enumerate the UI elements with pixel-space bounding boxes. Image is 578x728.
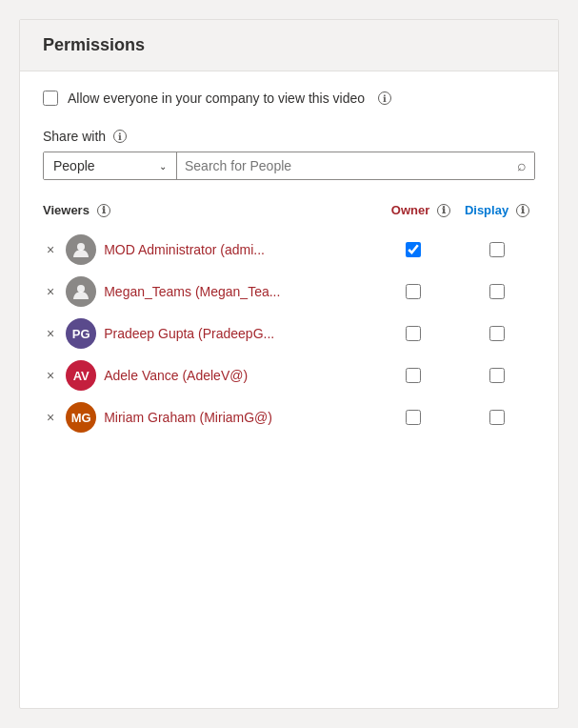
remove-viewer-megan-teams[interactable]: × bbox=[43, 285, 58, 298]
display-checkbox-cell-mod-admin bbox=[459, 242, 535, 257]
display-info-icon[interactable]: ℹ bbox=[516, 204, 529, 217]
viewers-section: Viewers ℹ Owner ℹ Display ℹ × MOD Admini… bbox=[43, 203, 535, 438]
display-checkbox-megan-teams[interactable] bbox=[489, 284, 505, 299]
share-with-info-icon[interactable]: ℹ bbox=[113, 130, 127, 143]
svg-point-0 bbox=[77, 243, 85, 251]
search-icon[interactable]: ⌕ bbox=[517, 157, 527, 174]
remove-viewer-adele-vance[interactable]: × bbox=[43, 369, 58, 382]
display-checkbox-miriam-graham[interactable] bbox=[489, 410, 505, 425]
owner-checkbox-cell-pradeep-gupta bbox=[375, 326, 451, 341]
table-row: ×PGPradeep Gupta (PradeepG... bbox=[43, 313, 535, 354]
viewer-name-miriam-graham: Miriam Graham (MiriamG@) bbox=[104, 410, 368, 425]
viewers-info-icon[interactable]: ℹ bbox=[97, 204, 110, 217]
avatar-adele-vance: AV bbox=[66, 360, 96, 391]
chevron-down-icon: ⌄ bbox=[159, 161, 167, 172]
display-checkbox-cell-adele-vance bbox=[459, 368, 535, 383]
share-with-dropdown[interactable]: People ⌄ bbox=[44, 152, 177, 179]
display-checkbox-pradeep-gupta[interactable] bbox=[489, 326, 505, 341]
display-checkbox-mod-admin[interactable] bbox=[489, 242, 505, 257]
owner-checkbox-cell-mod-admin bbox=[375, 242, 451, 257]
table-row: ×AVAdele Vance (AdeleV@) bbox=[43, 354, 535, 396]
owner-checkbox-megan-teams[interactable] bbox=[406, 284, 421, 299]
avatar-miriam-graham: MG bbox=[66, 402, 96, 433]
viewer-name-adele-vance: Adele Vance (AdeleV@) bbox=[104, 368, 368, 383]
allow-everyone-info-icon[interactable]: ℹ bbox=[378, 91, 391, 105]
svg-point-1 bbox=[77, 285, 85, 293]
owner-checkbox-cell-megan-teams bbox=[375, 284, 451, 299]
share-with-section: Share with ℹ People ⌄ ⌕ bbox=[43, 129, 535, 180]
owner-checkbox-mod-admin[interactable] bbox=[406, 242, 421, 257]
share-with-controls: People ⌄ ⌕ bbox=[43, 152, 535, 180]
owner-checkbox-cell-miriam-graham bbox=[375, 410, 451, 425]
avatar-pradeep-gupta: PG bbox=[66, 318, 96, 349]
viewers-column-label: Viewers ℹ bbox=[43, 203, 383, 217]
panel-header: Permissions bbox=[20, 20, 558, 71]
viewer-rows-container: × MOD Administrator (admi...× Megan_Team… bbox=[43, 229, 535, 438]
owner-checkbox-cell-adele-vance bbox=[375, 368, 451, 383]
viewer-name-pradeep-gupta: Pradeep Gupta (PradeepG... bbox=[104, 326, 368, 341]
allow-everyone-row: Allow everyone in your company to view t… bbox=[43, 91, 535, 106]
search-input[interactable] bbox=[185, 158, 517, 173]
viewer-name-megan-teams: Megan_Teams (Megan_Tea... bbox=[104, 284, 368, 299]
viewers-header: Viewers ℹ Owner ℹ Display ℹ bbox=[43, 203, 535, 221]
avatar-mod-admin bbox=[66, 234, 96, 265]
allow-everyone-checkbox[interactable] bbox=[43, 91, 58, 106]
remove-viewer-pradeep-gupta[interactable]: × bbox=[43, 327, 58, 340]
owner-checkbox-adele-vance[interactable] bbox=[406, 368, 421, 383]
display-checkbox-cell-miriam-graham bbox=[459, 410, 535, 425]
table-row: × Megan_Teams (Megan_Tea... bbox=[43, 271, 535, 313]
display-checkbox-cell-megan-teams bbox=[459, 284, 535, 299]
display-checkbox-cell-pradeep-gupta bbox=[459, 326, 535, 341]
owner-checkbox-miriam-graham[interactable] bbox=[406, 410, 421, 425]
search-container: ⌕ bbox=[177, 152, 534, 179]
owner-column-header: Owner ℹ bbox=[383, 203, 459, 217]
dropdown-selected-value: People bbox=[53, 158, 95, 173]
panel-body: Allow everyone in your company to view t… bbox=[20, 71, 558, 457]
allow-everyone-label: Allow everyone in your company to view t… bbox=[68, 91, 365, 106]
owner-checkbox-pradeep-gupta[interactable] bbox=[406, 326, 421, 341]
viewer-name-mod-admin: MOD Administrator (admi... bbox=[104, 242, 368, 257]
display-checkbox-adele-vance[interactable] bbox=[489, 368, 505, 383]
avatar-megan-teams bbox=[66, 276, 96, 307]
table-row: ×MGMiriam Graham (MiriamG@) bbox=[43, 396, 535, 438]
share-with-label: Share with ℹ bbox=[43, 129, 535, 144]
permissions-panel: Permissions Allow everyone in your compa… bbox=[19, 19, 559, 709]
table-row: × MOD Administrator (admi... bbox=[43, 229, 535, 271]
remove-viewer-mod-admin[interactable]: × bbox=[43, 243, 58, 256]
remove-viewer-miriam-graham[interactable]: × bbox=[43, 411, 58, 424]
panel-title: Permissions bbox=[43, 35, 535, 55]
display-column-header: Display ℹ bbox=[459, 203, 535, 217]
owner-info-icon[interactable]: ℹ bbox=[437, 204, 450, 217]
